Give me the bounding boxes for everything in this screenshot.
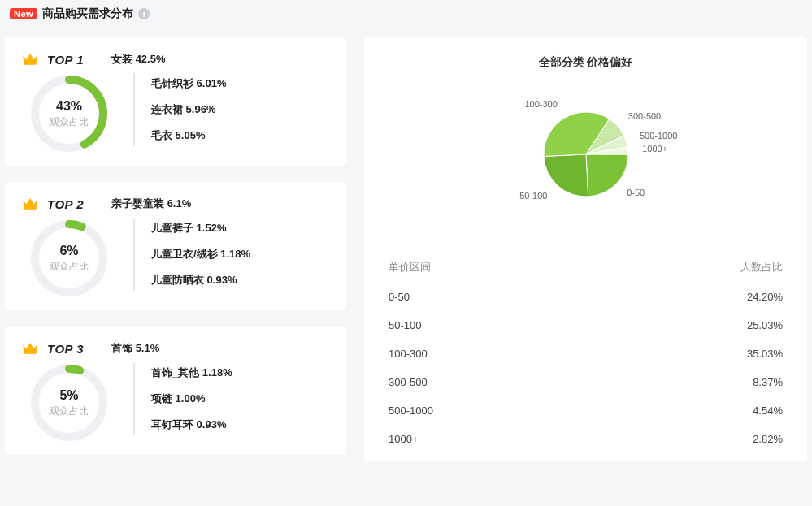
pie-title: 全部分类 价格偏好 xyxy=(387,55,784,70)
subcategory-list: 儿童裤子 1.52%儿童卫衣/绒衫 1.18%儿童防晒衣 0.93% xyxy=(133,218,330,291)
donut-percent: 43% xyxy=(56,99,82,114)
share-cell: 35.03% xyxy=(747,348,783,360)
table-row: 1000+2.82% xyxy=(387,425,784,453)
range-cell: 100-300 xyxy=(389,348,428,360)
table-row: 500-10004.54% xyxy=(387,396,784,425)
donut-sublabel: 观众占比 xyxy=(50,115,89,129)
donut-sublabel: 观众占比 xyxy=(50,260,89,274)
subcategory-item: 连衣裙 5.96% xyxy=(151,102,330,117)
price-pie-chart: 0-5050-100100-300300-500500-10001000+ xyxy=(387,81,784,227)
audience-donut: 6% 观众占比 xyxy=(28,218,110,299)
subcategory-item: 儿童裤子 1.52% xyxy=(151,221,330,236)
col-range: 单价区间 xyxy=(389,260,431,275)
subcategory-item: 儿童卫衣/绒衫 1.18% xyxy=(151,247,330,262)
subcategory-item: 耳钉耳环 0.93% xyxy=(151,417,330,432)
donut-percent: 5% xyxy=(59,388,78,403)
subcategory-item: 项链 1.00% xyxy=(151,391,330,406)
range-cell: 1000+ xyxy=(389,433,419,445)
top-category-card: TOP 3 首饰 5.1% 5% 观众占比 首饰_其他 1.18%项链 1.00… xyxy=(5,327,346,455)
info-icon[interactable]: i xyxy=(138,8,150,19)
section-header: New 商品购买需求分布 i xyxy=(5,6,807,21)
range-cell: 0-50 xyxy=(389,291,410,303)
top-category-card: TOP 2 亲子婴童装 6.1% 6% 观众占比 儿童裤子 1.52%儿童卫衣/… xyxy=(5,182,346,310)
pie-slice-label: 1000+ xyxy=(642,144,667,154)
price-preference-panel: 全部分类 价格偏好 0-5050-100100-300300-500500-10… xyxy=(364,37,807,461)
rank-label: TOP 2 xyxy=(47,197,84,211)
table-row: 0-5024.20% xyxy=(387,283,784,311)
subcategory-list: 毛针织衫 6.01%连衣裙 5.96%毛衣 5.05% xyxy=(133,73,330,146)
category-title: 女装 42.5% xyxy=(111,52,165,67)
crown-icon xyxy=(21,195,39,213)
subcategory-item: 首饰_其他 1.18% xyxy=(151,365,330,380)
category-title: 亲子婴童装 6.1% xyxy=(111,197,191,211)
share-cell: 4.54% xyxy=(753,404,783,417)
section-title: 商品购买需求分布 xyxy=(42,6,133,21)
share-cell: 24.20% xyxy=(747,291,783,303)
crown-icon xyxy=(21,50,39,68)
new-badge: New xyxy=(10,8,37,19)
range-cell: 500-1000 xyxy=(389,404,433,417)
range-cell: 50-100 xyxy=(389,319,421,331)
share-cell: 8.37% xyxy=(753,376,783,388)
top-category-card: TOP 1 女装 42.5% 43% 观众占比 毛针织衫 6.01%连衣裙 5.… xyxy=(5,37,346,166)
category-title: 首饰 5.1% xyxy=(111,341,159,356)
crown-icon xyxy=(21,339,39,357)
table-row: 50-10025.03% xyxy=(387,311,784,339)
rank-label: TOP 3 xyxy=(47,342,84,356)
col-share: 人数占比 xyxy=(740,260,783,275)
pie-slice-label: 0-50 xyxy=(627,188,645,197)
pie-slice-label: 100-300 xyxy=(524,99,557,109)
pie-slice-label: 50-100 xyxy=(519,191,547,201)
audience-donut: 5% 观众占比 xyxy=(28,362,110,443)
price-table: 单价区间 人数占比 0-5024.20%50-10025.03%100-3003… xyxy=(387,252,784,453)
table-row: 100-30035.03% xyxy=(387,339,784,368)
donut-percent: 6% xyxy=(59,244,78,258)
share-cell: 2.82% xyxy=(753,433,783,445)
subcategory-item: 毛衣 5.05% xyxy=(151,128,330,143)
subcategory-item: 毛针织衫 6.01% xyxy=(151,76,330,91)
share-cell: 25.03% xyxy=(747,319,783,331)
rank-label: TOP 1 xyxy=(47,53,84,67)
pie-slice-label: 500-1000 xyxy=(640,131,678,141)
subcategory-list: 首饰_其他 1.18%项链 1.00%耳钉耳环 0.93% xyxy=(133,362,330,435)
audience-donut: 43% 观众占比 xyxy=(28,73,110,154)
table-row: 300-5008.37% xyxy=(387,368,784,396)
pie-slice-label: 300-500 xyxy=(628,111,661,121)
range-cell: 300-500 xyxy=(389,376,428,388)
subcategory-item: 儿童防晒衣 0.93% xyxy=(151,273,330,288)
donut-sublabel: 观众占比 xyxy=(50,404,89,418)
